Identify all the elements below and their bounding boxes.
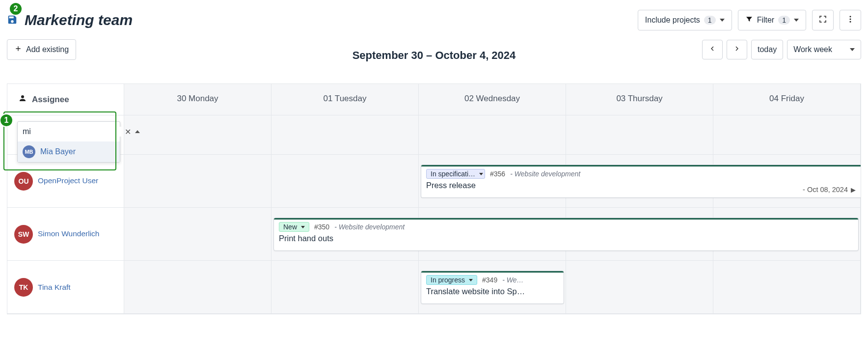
assignee-search-input[interactable] — [22, 127, 122, 137]
chevron-right-icon: ▶ — [851, 186, 856, 194]
assignee-cell[interactable]: OU OpenProject User — [7, 155, 124, 207]
today-button[interactable]: today — [751, 40, 783, 59]
task-title: Press release — [426, 181, 856, 190]
status-chip[interactable]: In progress — [426, 275, 477, 285]
svg-point-2 — [850, 21, 851, 23]
day-header: 30 Monday — [124, 84, 271, 115]
planner-cell — [124, 155, 271, 207]
task-project: - Website development — [334, 223, 405, 231]
planner-header-row: Assignee 30 Monday 01 Tuesday 02 Wednesd… — [7, 84, 861, 115]
assignee-column-header: Assignee — [7, 84, 124, 115]
assignee-name: Simon Wunderlich — [38, 229, 100, 239]
task-card-349[interactable]: In progress #349 - We… Translate website… — [421, 271, 564, 304]
assignee-name: OpenProject User — [38, 176, 98, 186]
annotation-marker-1: 1 — [0, 113, 13, 127]
expand-icon — [818, 15, 827, 26]
planner-cell — [124, 115, 271, 154]
planner-row-ou: OU OpenProject User In specificati… #356… — [7, 155, 861, 208]
day-header: 04 Friday — [713, 84, 861, 115]
task-end-date: - Oct 08, 2024 ▶ — [803, 186, 856, 194]
arrow-right-icon — [733, 45, 741, 55]
planner-cell — [271, 115, 419, 154]
chevron-down-icon — [794, 19, 799, 22]
status-chip[interactable]: New — [279, 222, 309, 232]
person-icon — [18, 94, 27, 105]
filter-button[interactable]: Filter 1 — [738, 10, 806, 30]
avatar: MB — [23, 145, 35, 158]
planner-cell — [271, 261, 419, 313]
chevron-up-icon[interactable] — [135, 130, 140, 133]
more-menu-button[interactable] — [840, 10, 861, 30]
planner-cell — [124, 261, 271, 313]
assignee-name: Tina Kraft — [38, 283, 71, 292]
assignee-cell[interactable]: TK Tina Kraft — [7, 261, 124, 313]
day-header: 02 Wednesday — [419, 84, 566, 115]
arrow-left-icon — [708, 45, 716, 55]
task-title: Print hand outs — [279, 234, 853, 243]
task-project: - Website development — [510, 170, 580, 178]
task-ref: #349 — [482, 276, 497, 284]
assignee-cell[interactable]: SW Simon Wunderlich — [7, 208, 124, 260]
date-range-title: September 30 – October 4, 2024 — [353, 49, 516, 62]
avatar: SW — [14, 225, 33, 244]
fullscreen-button[interactable] — [812, 10, 834, 30]
include-projects-button[interactable]: Include projects 1 — [638, 10, 732, 30]
planner-cell — [566, 261, 713, 313]
avatar: OU — [14, 172, 33, 191]
filter-icon — [745, 15, 753, 25]
avatar: TK — [14, 278, 33, 297]
filter-count: 1 — [778, 16, 790, 25]
assignee-option[interactable]: MB Mia Bayer — [18, 141, 120, 162]
plus-icon — [14, 45, 22, 55]
status-chip[interactable]: In specificati… — [426, 169, 485, 179]
planner-row-tk: TK Tina Kraft In progress #349 - We… Tra… — [7, 261, 861, 314]
svg-point-1 — [850, 19, 851, 20]
task-card-350[interactable]: New #350 - Website development Print han… — [273, 218, 859, 251]
prev-week-button[interactable] — [702, 40, 723, 59]
svg-point-0 — [850, 16, 851, 17]
planner-row-sw: SW Simon Wunderlich New #350 - Website d… — [7, 208, 861, 261]
add-existing-button[interactable]: Add existing — [7, 39, 76, 60]
page-header: Marketing team Include projects 1 Filter… — [0, 0, 868, 39]
task-project: - We… — [502, 276, 523, 284]
planner-cell — [713, 115, 861, 154]
planner-grid: Assignee 30 Monday 01 Tuesday 02 Wednesd… — [7, 83, 861, 314]
include-projects-count: 1 — [704, 16, 716, 25]
assignee-cell-search: 1 ✕ MB Mia Bayer — [7, 115, 124, 154]
chevron-down-icon — [850, 48, 855, 51]
planner-cell — [566, 115, 713, 154]
page-title: Marketing team — [25, 12, 133, 28]
more-vertical-icon — [846, 15, 855, 26]
task-ref: #356 — [490, 170, 505, 178]
annotation-marker-2: 2 — [9, 2, 23, 16]
task-card-356[interactable]: In specificati… #356 - Website developme… — [421, 165, 861, 198]
next-week-button[interactable] — [727, 40, 747, 59]
chevron-down-icon — [720, 19, 725, 22]
task-title: Translate website into Sp… — [426, 287, 559, 296]
task-ref: #350 — [314, 223, 329, 231]
view-mode-select[interactable]: Work week — [787, 40, 861, 59]
planner-cell — [271, 155, 419, 207]
planner-cell — [419, 115, 566, 154]
day-header: 03 Thursday — [566, 84, 713, 115]
planner-row-search: 1 ✕ MB Mia Bayer — [7, 115, 861, 155]
day-header: 01 Tuesday — [271, 84, 419, 115]
planner-cell — [124, 208, 271, 260]
save-icon — [7, 14, 18, 27]
clear-search-icon[interactable]: ✕ — [122, 127, 134, 137]
assignee-search-dropdown[interactable]: ✕ MB Mia Bayer — [17, 121, 120, 163]
planner-cell — [713, 261, 861, 313]
